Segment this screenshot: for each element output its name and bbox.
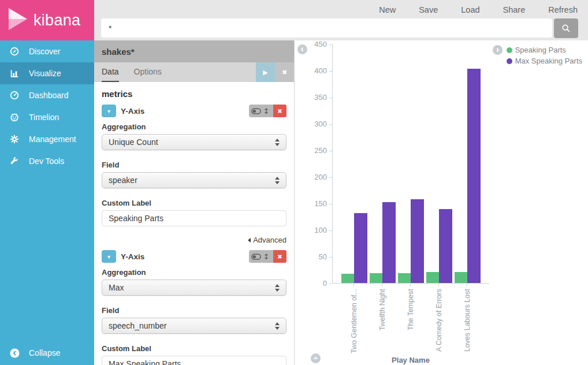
chart-bar[interactable]	[439, 209, 452, 283]
search-button[interactable]	[554, 18, 578, 38]
agg-header: ▾Y-Axis↕✖	[102, 250, 286, 263]
y-tick-label: 350	[298, 93, 327, 102]
agg-section: ▾Y-Axis↕✖AggregationUnique CountFieldspe…	[102, 105, 286, 244]
legend-collapse-button[interactable]	[493, 45, 503, 55]
discard-changes-button[interactable]: ✖	[275, 62, 294, 82]
agg-control-pill: ↕	[249, 250, 273, 263]
tab-data[interactable]: Data	[102, 62, 119, 82]
caret-up-icon	[275, 139, 280, 141]
y-tick-mark	[329, 71, 332, 72]
collapse-circle-icon	[9, 348, 20, 358]
field-label: Field	[102, 161, 286, 169]
disable-agg-toggle-icon[interactable]	[251, 105, 261, 117]
nav-save-button[interactable]: Save	[419, 5, 438, 14]
move-agg-handle-icon[interactable]: ↕	[261, 250, 271, 263]
chart-bar[interactable]	[341, 274, 354, 283]
metrics-section-title: metrics	[102, 89, 286, 99]
sidebar: kibana DiscoverVisualizeDashboardTimelio…	[0, 0, 94, 365]
sidebar-item-dev-tools[interactable]: Dev Tools	[0, 150, 94, 172]
agg-collapse-button[interactable]: ▾	[102, 250, 116, 263]
nav-share-button[interactable]: Share	[503, 5, 526, 14]
caret-down-icon	[275, 181, 280, 184]
y-tick-label: 100	[298, 226, 327, 234]
apply-changes-button[interactable]: ▶	[256, 62, 275, 82]
chart-bar[interactable]	[411, 199, 424, 283]
editor-tabs: DataOptions	[102, 62, 177, 82]
nav-refresh-button[interactable]: Refresh	[548, 5, 578, 14]
y-tick-label: 0	[298, 279, 327, 288]
x-tick-label: Loves Labours Lost	[463, 289, 472, 365]
y-tick-label: 450	[298, 40, 327, 49]
aggregation-label: Aggregation	[102, 122, 286, 131]
x-tick-label: Twelfth Night	[378, 289, 387, 365]
chart-bar[interactable]	[455, 272, 467, 283]
selected-option: Max	[109, 283, 124, 292]
chart-bar[interactable]	[370, 273, 382, 283]
advanced-toggle[interactable]: Advanced	[102, 236, 286, 244]
sidebar-collapse-button[interactable]: Collapse	[0, 341, 94, 365]
x-tick-mark	[438, 284, 439, 286]
field-select[interactable]: speaker	[102, 172, 286, 188]
y-tick-label: 400	[298, 66, 327, 75]
field-group: Fieldspeech_number	[102, 306, 286, 334]
close-icon: ✖	[282, 69, 287, 76]
custom-label-input[interactable]	[102, 356, 286, 365]
y-tick-mark	[329, 151, 332, 151]
sidebar-item-visualize[interactable]: Visualize	[0, 62, 94, 84]
xaxis-collapse-button[interactable]	[311, 353, 321, 363]
search-icon	[561, 23, 571, 33]
vis-editor-panel: shakes* DataOptions ▶ ✖ metrics ▾Y-Axis↕…	[94, 40, 295, 365]
sidebar-item-management[interactable]: Management	[0, 128, 94, 150]
sidebar-item-label: Timelion	[29, 113, 59, 122]
agg-section: ▾Y-Axis↕✖AggregationMaxFieldspeech_numbe…	[102, 250, 286, 365]
sidebar-item-dashboard[interactable]: Dashboard	[0, 84, 94, 106]
y-tick-label: 200	[298, 173, 327, 181]
chart-bar[interactable]	[354, 213, 367, 283]
chart-plot-area	[332, 44, 489, 284]
agg-header: ▾Y-Axis↕✖	[102, 105, 286, 117]
tab-options[interactable]: Options	[134, 62, 162, 82]
chevron-up-icon	[313, 354, 318, 363]
sidebar-item-label: Dev Tools	[29, 157, 64, 166]
agg-collapse-button[interactable]: ▾	[102, 105, 116, 117]
caret-down-icon	[275, 327, 280, 330]
index-pattern-label: shakes*	[102, 47, 135, 57]
legend-dot	[507, 47, 512, 53]
kibana-logo-icon	[5, 6, 30, 34]
move-agg-handle-icon[interactable]: ↕	[261, 105, 271, 117]
kibana-app: kibana DiscoverVisualizeDashboardTimelio…	[0, 0, 588, 365]
aggregation-label: Aggregation	[102, 268, 286, 277]
kibana-logo[interactable]: kibana	[0, 0, 94, 40]
sidebar-item-timelion[interactable]: Timelion	[0, 106, 94, 128]
chart-bar[interactable]	[467, 69, 481, 283]
legend-item[interactable]: Speaking Parts	[507, 46, 582, 54]
field-select[interactable]: speech_number	[102, 318, 286, 334]
legend-item[interactable]: Max Speaking Parts	[507, 57, 582, 65]
sidebar-item-discover[interactable]: Discover	[0, 40, 94, 62]
chart-legend: Speaking PartsMax Speaking Parts	[493, 45, 582, 65]
aggregation-select[interactable]: Max	[102, 280, 286, 296]
disable-agg-toggle-icon[interactable]	[251, 250, 261, 263]
brand-name: kibana	[34, 12, 80, 29]
sidebar-item-label: Management	[29, 135, 76, 144]
y-tick-label: 250	[298, 146, 327, 155]
sidebar-nav: DiscoverVisualizeDashboardTimelionManage…	[0, 40, 94, 172]
sidebar-item-label: Discover	[29, 47, 60, 56]
y-tick-mark	[329, 124, 332, 125]
sidebar-collapse-label: Collapse	[29, 348, 60, 357]
chart-bar[interactable]	[398, 273, 411, 283]
remove-agg-button[interactable]: ✖	[273, 105, 286, 117]
compass-icon	[9, 46, 20, 57]
y-tick-mark	[329, 204, 332, 204]
remove-agg-button[interactable]: ✖	[273, 250, 286, 263]
chart-bar[interactable]	[382, 202, 396, 283]
custom-label-input[interactable]	[102, 210, 286, 226]
wrench-icon	[9, 156, 20, 166]
aggregation-select[interactable]: Unique Count	[102, 134, 286, 150]
caret-down-icon	[275, 289, 280, 292]
legend-label: Max Speaking Parts	[515, 57, 582, 65]
chart-bar[interactable]	[426, 272, 439, 283]
query-input[interactable]	[101, 18, 552, 38]
nav-load-button[interactable]: Load	[461, 5, 479, 14]
nav-new-button[interactable]: New	[379, 5, 396, 14]
